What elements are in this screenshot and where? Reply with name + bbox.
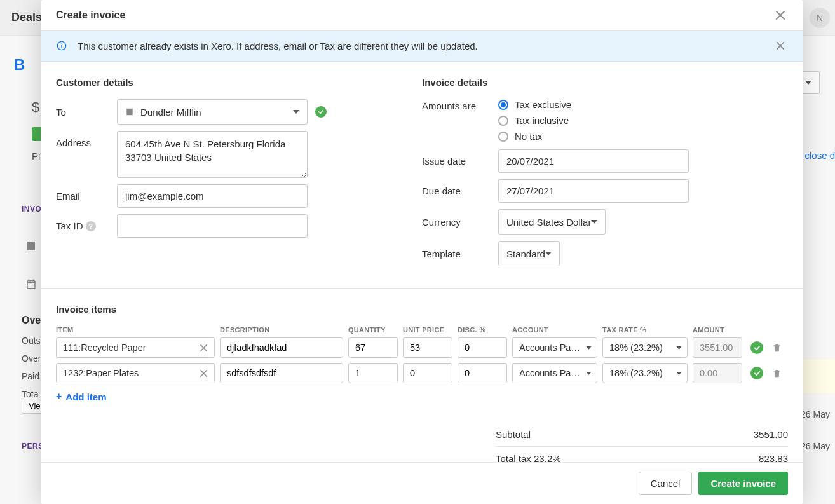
info-banner-close-button[interactable] xyxy=(773,38,788,53)
row-valid-icon xyxy=(750,367,763,379)
unit-price-input[interactable] xyxy=(403,363,452,383)
account-select[interactable]: Accounts Pa… xyxy=(512,363,597,383)
template-select[interactable]: Standard xyxy=(498,241,560,266)
row-valid-icon xyxy=(750,341,763,354)
currency-label: Currency xyxy=(422,217,498,228)
caret-down-icon xyxy=(586,346,592,350)
cancel-button[interactable]: Cancel xyxy=(639,472,693,495)
invoice-section-title: Invoice details xyxy=(422,77,788,88)
total-tax-label: Total tax 23.2% xyxy=(496,453,561,462)
radio-unchecked-icon xyxy=(498,116,508,126)
item-select[interactable]: 1232:Paper Plates xyxy=(56,363,215,383)
total-tax-value: 823.83 xyxy=(759,453,788,462)
caret-down-icon xyxy=(676,346,682,350)
due-date-input[interactable] xyxy=(498,179,689,203)
tax-id-label: Tax ID ? xyxy=(56,221,117,231)
close-icon xyxy=(776,11,785,20)
building-icon xyxy=(125,107,134,116)
no-tax-radio[interactable]: No tax xyxy=(498,131,571,142)
header-quantity: QUANTITY xyxy=(348,326,398,334)
no-tax-label: No tax xyxy=(515,131,542,142)
header-description: DESCRIPTION xyxy=(220,326,343,334)
amounts-are-label: Amounts are xyxy=(422,99,498,111)
header-tax-rate: TAX RATE % xyxy=(602,326,688,334)
svg-rect-2 xyxy=(61,45,62,48)
caret-down-icon xyxy=(591,220,597,224)
tax-exclusive-radio[interactable]: Tax exclusive xyxy=(498,99,571,110)
subtotal-value: 3551.00 xyxy=(754,429,788,440)
close-icon xyxy=(200,370,207,377)
modal-footer: Cancel Create invoice xyxy=(41,462,803,504)
caret-down-icon xyxy=(293,110,299,114)
trash-icon xyxy=(772,343,782,353)
description-input[interactable] xyxy=(220,363,343,383)
tax-rate-value: 18% (23.2%) xyxy=(609,343,663,353)
header-disc: DISC. % xyxy=(458,326,507,334)
address-label: Address xyxy=(56,131,117,148)
delete-row-button[interactable] xyxy=(771,367,782,379)
currency-value: United States Dollar xyxy=(506,217,591,228)
header-account: ACCOUNT xyxy=(512,326,597,334)
close-icon xyxy=(200,344,207,351)
amount-output xyxy=(693,363,742,383)
svg-point-1 xyxy=(61,43,62,44)
create-invoice-button[interactable]: Create invoice xyxy=(698,472,788,495)
email-label: Email xyxy=(56,191,117,201)
subtotal-label: Subtotal xyxy=(496,429,531,440)
item-row: 1232:Paper Plates Accounts Pa… xyxy=(56,363,788,383)
radio-unchecked-icon xyxy=(498,132,508,142)
customer-to-value: Dundler Mifflin xyxy=(140,107,293,118)
customer-to-select[interactable]: Dundler Mifflin xyxy=(117,99,308,125)
item-clear-button[interactable] xyxy=(198,342,209,353)
delete-row-button[interactable] xyxy=(771,342,782,353)
tax-rate-select[interactable]: 18% (23.2%) xyxy=(602,337,688,358)
plus-icon: + xyxy=(56,391,62,402)
tax-inclusive-radio[interactable]: Tax inclusive xyxy=(498,115,571,126)
create-invoice-modal: Create invoice This customer already exi… xyxy=(41,0,803,504)
discount-input[interactable] xyxy=(458,363,507,383)
quantity-input[interactable] xyxy=(348,363,398,383)
issue-date-input[interactable] xyxy=(498,149,689,173)
account-value: Accounts Pa… xyxy=(519,368,580,378)
to-label: To xyxy=(56,107,117,118)
discount-input[interactable] xyxy=(458,337,507,358)
quantity-input[interactable] xyxy=(348,337,398,358)
modal-close-button[interactable] xyxy=(773,8,788,23)
close-icon xyxy=(777,42,784,50)
add-item-button[interactable]: + Add item xyxy=(56,388,107,405)
account-select[interactable]: Accounts Pa… xyxy=(512,337,597,358)
account-value: Accounts Pa… xyxy=(519,343,580,353)
address-input[interactable]: 604 45th Ave N St. Petersburg Florida 33… xyxy=(117,131,308,178)
tax-rate-value: 18% (23.2%) xyxy=(609,368,663,378)
help-icon[interactable]: ? xyxy=(86,221,96,231)
caret-down-icon xyxy=(676,372,682,375)
item-select[interactable]: 111:Recycled Paper xyxy=(56,337,215,358)
header-item: ITEM xyxy=(56,326,215,334)
item-value: 1232:Paper Plates xyxy=(63,368,194,378)
customer-verified-icon xyxy=(315,106,327,118)
tax-id-input[interactable] xyxy=(117,214,308,238)
info-banner: This customer already exists in Xero. If… xyxy=(41,31,803,62)
item-clear-button[interactable] xyxy=(198,367,209,379)
issue-date-label: Issue date xyxy=(422,156,498,167)
header-unit-price: UNIT PRICE xyxy=(403,326,452,334)
template-label: Template xyxy=(422,249,498,259)
modal-header: Create invoice xyxy=(41,0,803,31)
modal-body: Customer details To Dundler Mifflin xyxy=(41,62,803,462)
info-icon xyxy=(56,40,67,51)
tax-rate-select[interactable]: 18% (23.2%) xyxy=(602,363,688,383)
item-value: 111:Recycled Paper xyxy=(63,343,194,353)
tax-inclusive-label: Tax inclusive xyxy=(515,115,569,126)
radio-checked-icon xyxy=(498,100,508,110)
email-input[interactable] xyxy=(117,184,308,208)
customer-section-title: Customer details xyxy=(56,77,397,88)
currency-select[interactable]: United States Dollar xyxy=(498,209,606,235)
header-amount: AMOUNT xyxy=(693,326,742,334)
tax-exclusive-label: Tax exclusive xyxy=(515,99,571,110)
caret-down-icon xyxy=(545,252,552,255)
description-input[interactable] xyxy=(220,337,343,358)
trash-icon xyxy=(772,369,782,378)
item-row: 111:Recycled Paper Accounts Pa… xyxy=(56,337,788,358)
unit-price-input[interactable] xyxy=(403,337,452,358)
due-date-label: Due date xyxy=(422,186,498,196)
